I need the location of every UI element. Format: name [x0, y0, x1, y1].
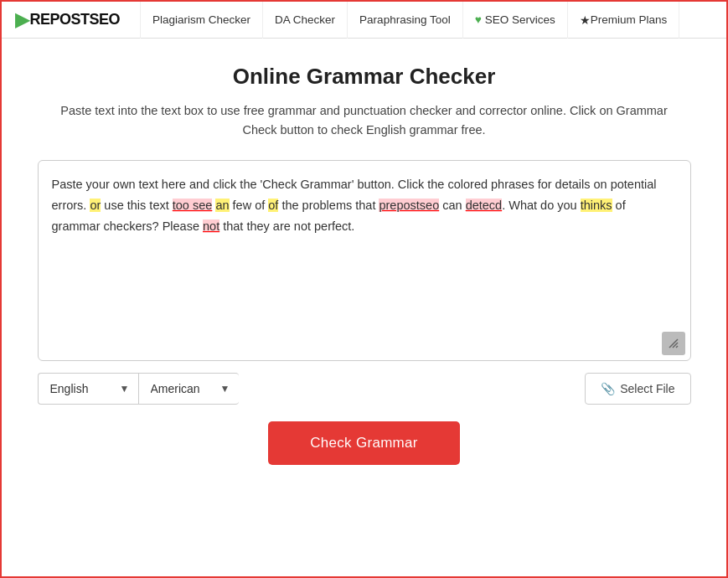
da-checker-label: DA Checker: [275, 13, 335, 26]
plagiarism-checker-link[interactable]: Plagiarism Checker: [140, 2, 263, 39]
thinks-highlight[interactable]: thinks: [581, 199, 612, 212]
navbar: ▶ REPOSTSEO Plagiarism Checker DA Checke…: [2, 2, 726, 39]
resize-handle[interactable]: [662, 332, 685, 355]
paraphrasing-tool-link[interactable]: Paraphrasing Tool: [348, 2, 463, 39]
check-grammar-label: Check Grammar: [310, 435, 418, 451]
premium-plans-label: Premium Plans: [591, 13, 668, 26]
seo-services-label: SEO Services: [485, 13, 555, 26]
page-title: Online Grammar Checker: [38, 64, 691, 90]
an-highlight[interactable]: an: [215, 199, 229, 212]
dropdowns: English Spanish French German Italian ▼ …: [38, 373, 239, 405]
of-highlight[interactable]: of: [268, 199, 278, 212]
paraphrasing-tool-label: Paraphrasing Tool: [359, 13, 451, 26]
da-checker-link[interactable]: DA Checker: [263, 2, 348, 39]
seo-services-link[interactable]: ♥ SEO Services: [463, 2, 568, 39]
language-dropdown[interactable]: English Spanish French German Italian: [38, 373, 138, 405]
dialect-dropdown-wrapper: American British Australian Canadian ▼: [138, 373, 239, 405]
logo[interactable]: ▶ REPOSTSEO: [15, 9, 120, 31]
paperclip-icon: 📎: [601, 382, 615, 395]
plagiarism-checker-label: Plagiarism Checker: [152, 13, 250, 26]
select-file-label: Select File: [620, 382, 674, 395]
main-content: Online Grammar Checker Paste text into t…: [21, 39, 708, 482]
premium-plans-link[interactable]: ★ Premium Plans: [568, 2, 680, 39]
logo-arrow: ▶: [15, 9, 29, 31]
nav-links: Plagiarism Checker DA Checker Paraphrasi…: [140, 2, 679, 39]
not-highlight[interactable]: not: [203, 219, 219, 233]
logo-text: REPOSTSEO: [30, 11, 121, 28]
text-input-area[interactable]: Paste your own text here and click the '…: [38, 160, 691, 361]
select-file-button[interactable]: 📎 Select File: [585, 373, 690, 405]
description-line1: Paste text into the text box to use free…: [60, 104, 668, 117]
language-dropdown-wrapper: English Spanish French German Italian ▼: [38, 373, 138, 405]
too-see-highlight[interactable]: too see: [173, 199, 213, 212]
or-highlight[interactable]: or: [90, 199, 101, 212]
grammar-text-content[interactable]: Paste your own text here and click the '…: [52, 174, 677, 342]
page-description: Paste text into the text box to use free…: [38, 101, 691, 140]
check-grammar-section: Check Grammar: [38, 421, 691, 465]
description-line2: Check button to check English grammar fr…: [242, 123, 485, 137]
star-icon: ★: [580, 13, 591, 27]
detecd-highlight[interactable]: detecd: [466, 199, 503, 212]
dialect-dropdown[interactable]: American British Australian Canadian: [138, 373, 239, 405]
check-grammar-button[interactable]: Check Grammar: [268, 421, 460, 465]
controls-row: English Spanish French German Italian ▼ …: [38, 373, 691, 405]
heart-icon: ♥: [475, 13, 482, 26]
prepostseo-highlight[interactable]: prepostseo: [379, 199, 439, 212]
resize-icon-svg: [666, 336, 681, 351]
